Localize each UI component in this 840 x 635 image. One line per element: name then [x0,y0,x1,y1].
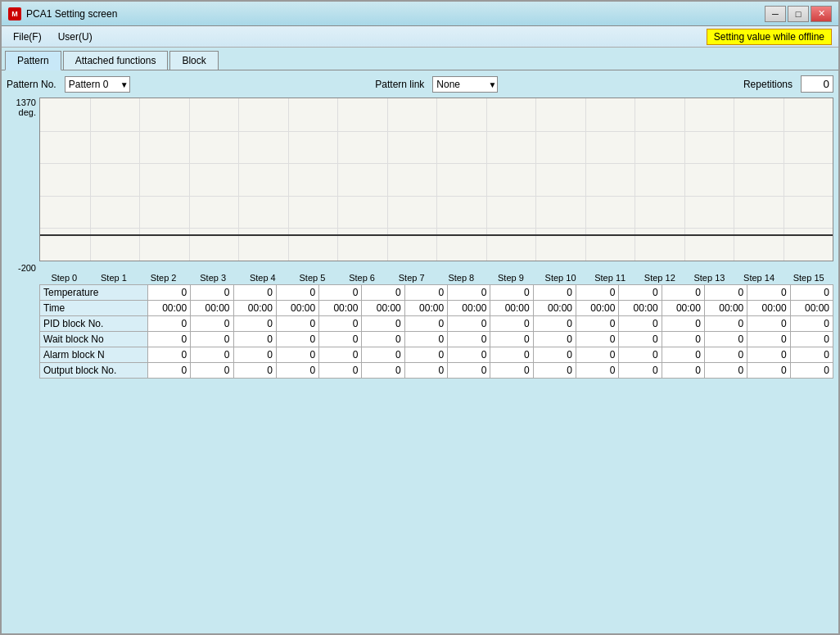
table-cell[interactable]: 0 [704,316,747,332]
table-cell[interactable]: 0 [490,285,533,301]
table-cell[interactable]: 00:00 [619,301,662,316]
table-cell[interactable]: 0 [490,316,533,332]
table-cell[interactable]: 0 [233,316,276,332]
table-cell[interactable]: 0 [404,316,447,332]
table-cell[interactable]: 0 [191,347,233,363]
table-cell[interactable]: 0 [147,363,190,379]
table-cell[interactable]: 00:00 [448,301,490,316]
table-cell[interactable]: 00:00 [747,301,790,316]
table-cell[interactable]: 0 [276,347,318,363]
table-cell[interactable]: 0 [704,332,747,347]
table-cell[interactable]: 0 [319,316,362,332]
table-cell[interactable]: 0 [448,316,490,332]
table-cell[interactable]: 0 [276,332,318,347]
table-cell[interactable]: 0 [533,363,576,379]
table-cell[interactable]: 00:00 [704,301,747,316]
table-cell[interactable]: 0 [233,332,276,347]
table-cell[interactable]: 0 [704,347,747,363]
table-cell[interactable]: 0 [147,316,190,332]
table-cell[interactable]: 0 [448,285,490,301]
table-cell[interactable]: 00:00 [662,301,704,316]
table-cell[interactable]: 0 [319,363,362,379]
table-cell[interactable]: 00:00 [790,301,833,316]
table-cell[interactable]: 0 [490,332,533,347]
table-cell[interactable]: 0 [404,363,447,379]
table-cell[interactable]: 0 [276,363,318,379]
table-cell[interactable]: 0 [747,363,790,379]
table-cell[interactable]: 0 [704,285,747,301]
table-cell[interactable]: 0 [448,332,490,347]
table-cell[interactable]: 0 [747,285,790,301]
table-cell[interactable]: 0 [191,285,233,301]
table-cell[interactable]: 0 [662,363,704,379]
table-cell[interactable]: 00:00 [233,301,276,316]
table-cell[interactable]: 00:00 [576,301,619,316]
table-cell[interactable]: 0 [233,285,276,301]
table-cell[interactable]: 0 [233,363,276,379]
table-cell[interactable]: 0 [276,316,318,332]
table-cell[interactable]: 0 [533,347,576,363]
table-cell[interactable]: 00:00 [533,301,576,316]
table-cell[interactable]: 0 [619,363,662,379]
table-cell[interactable]: 00:00 [276,301,318,316]
tab-attached-functions[interactable]: Attached functions [63,51,169,70]
table-cell[interactable]: 0 [233,347,276,363]
table-cell[interactable]: 0 [448,347,490,363]
table-cell[interactable]: 0 [147,347,190,363]
user-menu[interactable]: User(U) [50,29,101,44]
table-cell[interactable]: 0 [319,332,362,347]
table-cell[interactable]: 00:00 [319,301,362,316]
table-cell[interactable]: 0 [576,332,619,347]
table-cell[interactable]: 0 [662,316,704,332]
table-cell[interactable]: 0 [790,332,833,347]
table-cell[interactable]: 0 [619,316,662,332]
close-button[interactable]: ✕ [811,6,832,22]
table-cell[interactable]: 0 [147,285,190,301]
table-cell[interactable]: 0 [790,347,833,363]
table-cell[interactable]: 0 [448,363,490,379]
table-cell[interactable]: 0 [747,347,790,363]
table-cell[interactable]: 0 [662,285,704,301]
file-menu[interactable]: File(F) [5,29,50,44]
restore-button[interactable]: □ [788,6,809,22]
table-cell[interactable]: 0 [790,316,833,332]
table-cell[interactable]: 0 [576,285,619,301]
table-cell[interactable]: 0 [576,347,619,363]
table-cell[interactable]: 0 [276,285,318,301]
table-cell[interactable]: 0 [191,332,233,347]
table-cell[interactable]: 0 [747,332,790,347]
table-cell[interactable]: 0 [533,332,576,347]
table-cell[interactable]: 0 [704,363,747,379]
table-cell[interactable]: 0 [404,285,447,301]
table-cell[interactable]: 0 [362,332,404,347]
table-cell[interactable]: 0 [619,347,662,363]
table-cell[interactable]: 0 [319,285,362,301]
table-cell[interactable]: 0 [619,332,662,347]
table-cell[interactable]: 0 [362,363,404,379]
table-cell[interactable]: 0 [533,285,576,301]
table-cell[interactable]: 0 [662,347,704,363]
table-cell[interactable]: 00:00 [362,301,404,316]
pattern-link-select[interactable]: None [432,76,498,93]
table-cell[interactable]: 0 [362,316,404,332]
tab-pattern[interactable]: Pattern [5,51,61,70]
table-cell[interactable]: 0 [490,347,533,363]
table-cell[interactable]: 0 [362,285,404,301]
table-cell[interactable]: 0 [404,332,447,347]
table-cell[interactable]: 0 [576,316,619,332]
table-cell[interactable]: 0 [319,347,362,363]
table-cell[interactable]: 00:00 [147,301,190,316]
table-cell[interactable]: 0 [747,316,790,332]
table-cell[interactable]: 0 [576,363,619,379]
table-cell[interactable]: 0 [147,332,190,347]
table-cell[interactable]: 0 [533,316,576,332]
tab-block[interactable]: Block [169,51,218,70]
table-cell[interactable]: 0 [404,347,447,363]
minimize-button[interactable]: ─ [765,6,786,22]
table-cell[interactable]: 0 [490,363,533,379]
table-cell[interactable]: 0 [191,363,233,379]
table-cell[interactable]: 0 [362,347,404,363]
table-cell[interactable]: 0 [662,332,704,347]
repetitions-input[interactable] [801,75,833,93]
table-cell[interactable]: 00:00 [490,301,533,316]
